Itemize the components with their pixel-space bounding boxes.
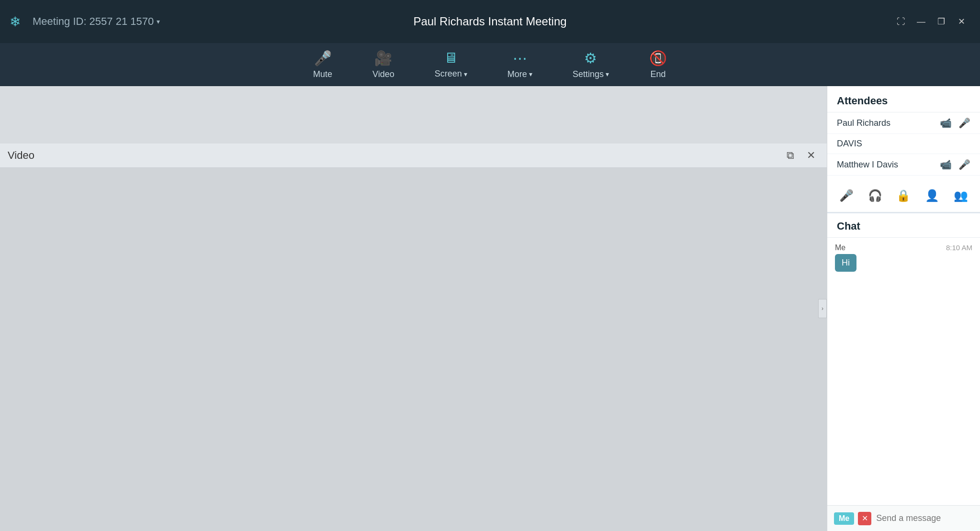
attendee-name-davis: DAVIS <box>837 139 970 149</box>
mute-icon: 🎤 <box>314 50 332 66</box>
video-popout-button[interactable]: ⧉ <box>783 147 798 164</box>
panel-collapse-button[interactable]: › <box>818 299 827 318</box>
video-section-actions: ⧉ ✕ <box>783 147 819 164</box>
attendee-row-davis: DAVIS <box>827 134 980 154</box>
settings-chevron-icon: ▾ <box>606 70 609 78</box>
chat-time-0: 8:10 AM <box>946 243 972 252</box>
settings-icon: ⚙ <box>584 50 597 66</box>
video-section-header: Video ⧉ ✕ <box>0 144 827 168</box>
attendee-video-icon-matthew: 📹 <box>940 159 952 170</box>
chat-sender-0: Me <box>835 243 845 252</box>
attendee-ctrl-lock-button[interactable]: 🔒 <box>893 186 913 205</box>
attendee-name-paul: Paul Richards <box>837 118 940 128</box>
window-controls: ⛶ — ❐ ✕ <box>892 12 970 31</box>
toolbar: 🎤 Mute 🎥 Video 🖥 Screen ▾ ⋯ More ▾ ⚙ Set… <box>0 43 980 86</box>
attendee-row-matthew: Matthew I Davis 📹 🎤 <box>827 154 980 176</box>
chat-header: Chat <box>827 213 980 238</box>
chat-input-bar: Me ✕ ➤ <box>827 505 980 531</box>
screen-chevron-icon: ▾ <box>464 70 467 78</box>
video-wrapper: Video ⧉ ✕ <box>0 86 827 531</box>
video-icon: 🎥 <box>374 50 392 66</box>
screen-icon: 🖥 <box>444 50 458 66</box>
screen-label: Screen ▾ <box>435 69 467 79</box>
fullscreen-button[interactable]: ⛶ <box>892 12 910 31</box>
top-bar: ❄ Meeting ID: 2557 21 1570 ▾ Paul Richar… <box>0 0 980 43</box>
right-panel: Attendees Paul Richards 📹 🎤 DAVIS Matthe… <box>827 86 980 531</box>
chat-text-input[interactable] <box>876 513 980 523</box>
more-label: More ▾ <box>507 69 532 79</box>
end-button[interactable]: 📵 End <box>643 46 673 83</box>
end-icon: 📵 <box>649 50 667 66</box>
attendee-ctrl-headset-button[interactable]: 🎧 <box>865 186 885 205</box>
window-title: Paul Richards Instant Meeting <box>413 15 566 28</box>
more-button[interactable]: ⋯ More ▾ <box>502 46 538 83</box>
screen-button[interactable]: 🖥 Screen ▾ <box>429 46 473 83</box>
chat-input-left: Me ✕ <box>834 512 871 525</box>
restore-button[interactable]: ❐ <box>932 12 950 31</box>
attendee-ctrl-mic-button[interactable]: 🎤 <box>836 186 856 205</box>
attendee-ctrl-add-button[interactable]: 👥 <box>951 186 971 205</box>
chat-section: Chat Me 8:10 AM Hi Me ✕ ➤ <box>827 212 980 531</box>
chat-mode-close-button[interactable]: ✕ <box>858 512 871 525</box>
video-button[interactable]: 🎥 Video <box>367 46 400 83</box>
more-chevron-icon: ▾ <box>529 70 532 78</box>
video-close-button[interactable]: ✕ <box>803 147 819 164</box>
attendee-name-matthew: Matthew I Davis <box>837 160 940 170</box>
meeting-id: Meeting ID: 2557 21 1570 ▾ <box>33 15 160 28</box>
settings-label: Settings ▾ <box>573 69 609 79</box>
end-label: End <box>650 69 665 79</box>
attendee-mic-icon-paul: 🎤 <box>958 117 970 129</box>
chat-msg-header-0: Me 8:10 AM <box>835 243 972 252</box>
video-label: Video <box>372 69 394 79</box>
main-content: Video ⧉ ✕ <box>0 86 980 531</box>
minimize-button[interactable]: — <box>912 12 930 31</box>
attendee-mic-icon-matthew: 🎤 <box>958 159 970 170</box>
close-button[interactable]: ✕ <box>952 12 970 31</box>
video-section-title: Video <box>8 149 34 162</box>
top-bar-left: ❄ Meeting ID: 2557 21 1570 ▾ <box>10 14 160 29</box>
below-video-area <box>0 168 827 531</box>
attendee-video-icon-paul: 📹 <box>940 117 952 129</box>
chat-messages: Me 8:10 AM Hi <box>827 238 980 505</box>
attendee-ctrl-person-button[interactable]: 👤 <box>922 186 942 205</box>
chat-message-0: Me 8:10 AM Hi <box>835 243 972 272</box>
attendees-header: Attendees <box>827 86 980 112</box>
meeting-id-chevron-icon[interactable]: ▾ <box>157 18 160 25</box>
mute-label: Mute <box>313 69 332 79</box>
app-logo-icon: ❄ <box>10 14 25 29</box>
more-icon: ⋯ <box>513 50 527 66</box>
chat-mode-badge: Me <box>834 512 854 525</box>
settings-button[interactable]: ⚙ Settings ▾ <box>567 46 615 83</box>
video-section: Video ⧉ ✕ <box>0 144 827 168</box>
attendees-section: Attendees Paul Richards 📹 🎤 DAVIS Matthe… <box>827 86 980 212</box>
attendee-icons-matthew: 📹 🎤 <box>940 159 970 170</box>
attendee-controls: 🎤 🎧 🔒 👤 👥 <box>827 179 980 212</box>
attendee-icons-paul: 📹 🎤 <box>940 117 970 129</box>
mute-button[interactable]: 🎤 Mute <box>307 46 338 83</box>
attendee-row-paul: Paul Richards 📹 🎤 <box>827 112 980 134</box>
chat-bubble-0: Hi <box>835 254 856 272</box>
above-video-area <box>0 86 827 144</box>
